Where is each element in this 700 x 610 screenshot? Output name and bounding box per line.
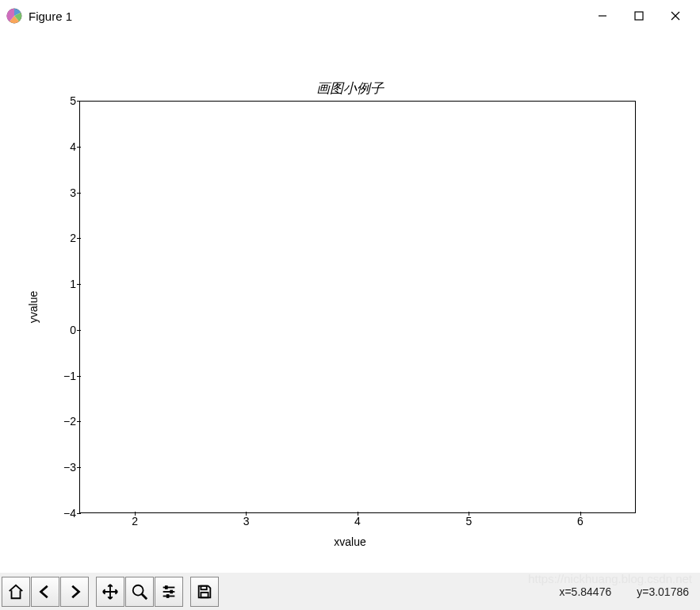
x-coord: x=5.84476 <box>559 585 611 598</box>
close-button[interactable] <box>657 3 694 29</box>
chart-title: 画图小例子 <box>0 79 700 98</box>
x-tick-label: 6 <box>577 515 583 528</box>
svg-rect-14 <box>201 592 208 597</box>
y-tick-label: 5 <box>0 94 76 107</box>
x-tick-label: 2 <box>132 515 138 528</box>
svg-rect-12 <box>166 594 169 597</box>
plot-canvas[interactable]: 画图小例子 yvalue xvalue −4−3−2−1012345 23456 <box>0 36 700 573</box>
back-button[interactable] <box>31 577 59 607</box>
svg-line-6 <box>142 593 147 598</box>
window-controls <box>584 3 694 29</box>
x-tick-label: 4 <box>354 515 361 528</box>
y-tick-label: 2 <box>0 232 76 244</box>
axes-box <box>79 101 636 513</box>
maximize-button[interactable] <box>621 3 657 29</box>
y-tick-label: 3 <box>0 186 76 199</box>
y-tick-label: −3 <box>0 461 76 474</box>
zoom-button[interactable] <box>125 577 154 607</box>
y-tick-label: −4 <box>0 507 76 520</box>
y-tick-label: 4 <box>0 140 76 153</box>
x-axis-label: xvalue <box>0 535 700 548</box>
coord-readout: x=5.84476 y=3.01786 <box>559 585 698 598</box>
x-tick-label: 5 <box>465 515 472 528</box>
minimize-button[interactable] <box>584 3 621 29</box>
configure-button[interactable] <box>155 577 183 607</box>
save-button[interactable] <box>190 577 219 607</box>
y-axis-label: yvalue <box>27 291 40 323</box>
y-tick-label: −1 <box>0 370 76 382</box>
titlebar: Figure 1 <box>0 0 700 32</box>
svg-rect-10 <box>165 585 167 589</box>
svg-rect-2 <box>635 12 643 20</box>
pan-button[interactable] <box>96 577 124 607</box>
x-tick-label: 3 <box>243 515 250 528</box>
matplotlib-icon <box>6 8 22 24</box>
toolbar: x=5.84476 y=3.01786 <box>0 573 700 610</box>
home-button[interactable] <box>2 577 30 607</box>
y-tick-label: 1 <box>0 278 76 290</box>
svg-point-5 <box>133 585 143 595</box>
y-tick-label: 0 <box>0 324 76 336</box>
svg-rect-11 <box>170 590 173 593</box>
window-title: Figure 1 <box>29 10 72 23</box>
y-coord: y=3.01786 <box>637 585 689 598</box>
svg-rect-13 <box>201 585 206 589</box>
y-tick-label: −2 <box>0 415 76 428</box>
forward-button[interactable] <box>60 577 89 607</box>
